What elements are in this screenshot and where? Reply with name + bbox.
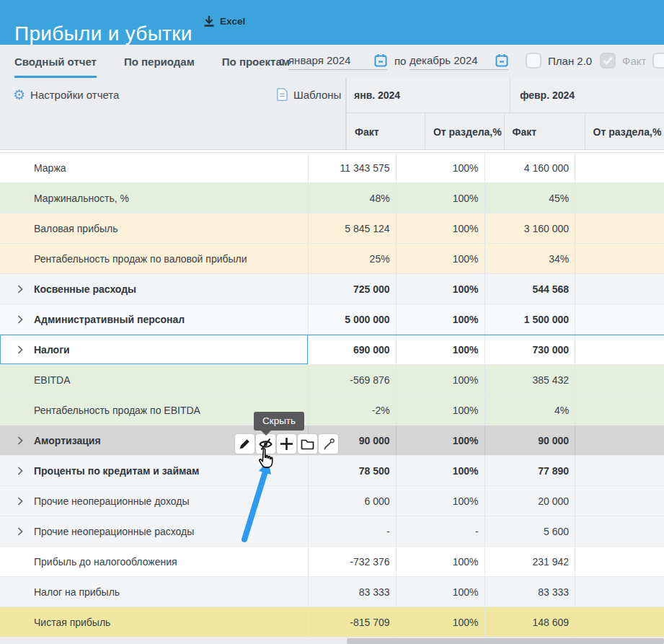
row-label-cell[interactable]: Рентабельность продаж по валовой прибыли	[0, 244, 308, 273]
row-value-cell	[575, 456, 664, 485]
page-title: Прибыли и убытки	[14, 22, 192, 45]
eye-off-icon	[258, 437, 273, 451]
tab-by-periods[interactable]: По периодам	[124, 45, 195, 78]
horizontal-scrollbar[interactable]	[347, 638, 664, 644]
table-row[interactable]: Рентабельность продаж по EBITDA-2%100%4%	[0, 395, 664, 425]
document-icon	[277, 88, 288, 101]
sub-header-section-pct-feb: От раздела,%	[585, 113, 664, 150]
table-row[interactable]: Налог на прибыль83 333100%83 333	[0, 577, 664, 607]
app-root: Прибыли и убытки Excel Сводный отчет По …	[0, 0, 664, 644]
row-label-cell[interactable]: Налог на прибыль	[0, 577, 308, 606]
edit-row-button[interactable]	[235, 434, 254, 454]
row-value-cell: 100%	[396, 607, 484, 637]
row-expand-chevron-icon[interactable]	[17, 496, 23, 506]
checkbox-fact[interactable]	[600, 53, 616, 69]
row-expand-chevron-icon[interactable]	[17, 345, 23, 355]
calendar-icon[interactable]	[495, 53, 508, 67]
row-value-cell: 45%	[484, 183, 575, 213]
row-value-cell	[575, 304, 664, 334]
table-row[interactable]: Прочие неоперационные доходы6 000100%20 …	[0, 486, 664, 516]
folder-button[interactable]	[298, 434, 317, 454]
row-expand-chevron-icon[interactable]	[17, 314, 23, 324]
row-value-cell	[575, 213, 664, 243]
row-value-cell: 100%	[396, 274, 484, 304]
table-row[interactable]: Прибыль до налогообложения-732 376100%23…	[0, 547, 664, 577]
hide-row-button[interactable]	[256, 434, 275, 454]
excel-label: Excel	[220, 16, 245, 27]
row-value-cell: 730 000	[484, 335, 575, 364]
date-from-value: января 2024	[288, 54, 350, 66]
row-expand-chevron-icon[interactable]	[17, 284, 23, 294]
period-filters: с января 2024 по декабрь 2024 План 2.0	[278, 45, 664, 78]
row-value-cell: 20 000	[484, 486, 575, 516]
row-value-cell: 48%	[308, 183, 396, 213]
row-value-cell: 3 160 000	[484, 213, 575, 243]
row-label-cell[interactable]: Маржа	[0, 153, 308, 182]
row-value-cell: 725 000	[308, 274, 396, 304]
calendar-icon[interactable]	[374, 53, 387, 67]
row-label-cell[interactable]: EBITDA	[0, 365, 308, 394]
date-from-field[interactable]: января 2024	[288, 50, 387, 70]
row-value-cell: -2%	[308, 395, 396, 425]
row-value-cell: 100%	[396, 304, 484, 334]
row-value-cell: 4 160 000	[484, 153, 575, 182]
row-label: Административный персонал	[34, 314, 185, 325]
table-row[interactable]: Налоги690 000100%730 000	[0, 335, 664, 365]
row-label-cell[interactable]: Прочие неоперационные доходы	[0, 486, 308, 516]
table-row[interactable]: EBITDA-569 876100%385 432	[0, 365, 664, 395]
row-value-cell: -	[308, 516, 396, 546]
excel-export-button[interactable]: Excel	[203, 15, 245, 27]
row-expand-chevron-icon[interactable]	[17, 436, 23, 445]
add-row-button[interactable]	[277, 434, 296, 454]
row-label-cell[interactable]: Проценты по кредитам и займам	[0, 456, 308, 485]
row-value-cell: 231 942	[484, 547, 575, 576]
row-label-cell[interactable]: Налоги	[0, 335, 308, 364]
row-label: Прочие неоперационные расходы	[34, 526, 194, 537]
pencil-icon	[239, 438, 251, 450]
row-label: Маржинальность, %	[34, 193, 129, 204]
templates-button[interactable]: Шаблоны	[277, 88, 341, 101]
hide-tooltip: Скрыть	[254, 412, 304, 431]
table-row[interactable]: Рентабельность продаж по валовой прибыли…	[0, 244, 664, 274]
page-header: Прибыли и убытки Excel	[0, 0, 664, 45]
row-label: Налог на прибыль	[34, 586, 120, 598]
row-value-cell	[575, 365, 664, 394]
table-row[interactable]: Чистая прибыль-815 709100%148 609	[0, 607, 664, 638]
dropper-icon	[322, 438, 335, 451]
row-label-cell[interactable]: Административный персонал	[0, 304, 308, 334]
table-row[interactable]: Прочие неоперационные расходы--5 600	[0, 516, 664, 547]
sub-header-fact-feb: Факт	[504, 113, 585, 150]
row-label-cell[interactable]: Прибыль до налогообложения	[0, 547, 308, 576]
row-expand-chevron-icon[interactable]	[17, 466, 23, 475]
row-label-cell[interactable]: Косвенные расходы	[0, 274, 308, 304]
row-label-cell[interactable]: Прочие неоперационные расходы	[0, 516, 308, 546]
row-label-cell[interactable]: Маржинальность, %	[0, 183, 308, 213]
row-value-cell: 100%	[396, 395, 484, 425]
row-value-cell: 83 333	[484, 577, 575, 606]
tab-summary-report[interactable]: Сводный отчет	[14, 45, 97, 78]
row-value-cell: 544 568	[484, 274, 575, 304]
date-to-field[interactable]: декабрь 2024	[410, 50, 508, 70]
row-value-cell	[575, 395, 664, 425]
report-settings-button[interactable]: ⚙ Настройки отчета	[13, 88, 119, 102]
dropper-button[interactable]	[319, 434, 338, 454]
checkbox-partial[interactable]	[652, 53, 664, 69]
table-row[interactable]: Косвенные расходы725 000100%544 568	[0, 274, 664, 304]
table-row[interactable]: Проценты по кредитам и займам78 500100%7…	[0, 456, 664, 486]
templates-label: Шаблоны	[293, 89, 341, 101]
table-row[interactable]: Административный персонал5 000 000100%1 …	[0, 304, 664, 335]
table-row[interactable]: Маржа11 343 575100%4 160 000	[0, 153, 664, 183]
date-from-label: с	[279, 55, 285, 67]
row-value-cell: 100%	[396, 213, 484, 243]
table-row[interactable]: Маржинальность, %48%100%45%	[0, 183, 664, 213]
row-value-cell: 100%	[396, 365, 484, 394]
row-label: Рентабельность продаж по EBITDA	[34, 405, 200, 416]
checkbox-plan20[interactable]	[526, 53, 541, 69]
row-value-cell: 25%	[308, 244, 396, 273]
row-label-cell[interactable]: Чистая прибыль	[0, 607, 308, 637]
row-expand-chevron-icon[interactable]	[17, 526, 23, 536]
table-row[interactable]: Валовая прибыль5 845 124100%3 160 000	[0, 213, 664, 244]
row-label-cell[interactable]: Валовая прибыль	[0, 213, 308, 243]
row-label: Амортизация	[34, 435, 101, 446]
download-icon	[203, 15, 215, 27]
